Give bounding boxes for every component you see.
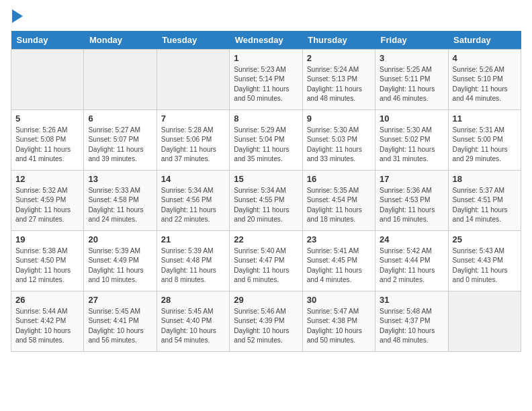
day-info: Sunrise: 5:46 AM Sunset: 4:39 PM Dayligh… — [234, 307, 298, 345]
day-number: 12 — [15, 174, 79, 184]
calendar-cell: 23Sunrise: 5:41 AM Sunset: 4:45 PM Dayli… — [302, 231, 375, 291]
col-header-saturday: Saturday — [448, 31, 521, 50]
calendar-header-row: SundayMondayTuesdayWednesdayThursdayFrid… — [11, 31, 521, 50]
day-number: 31 — [380, 295, 443, 305]
day-info: Sunrise: 5:39 AM Sunset: 4:48 PM Dayligh… — [161, 246, 225, 285]
day-number: 27 — [88, 295, 152, 305]
col-header-sunday: Sunday — [11, 31, 84, 50]
col-header-friday: Friday — [375, 31, 448, 50]
calendar-cell: 12Sunrise: 5:32 AM Sunset: 4:59 PM Dayli… — [11, 171, 84, 231]
calendar-week-row: 1Sunrise: 5:23 AM Sunset: 5:14 PM Daylig… — [11, 50, 521, 110]
calendar-cell — [11, 50, 84, 110]
calendar-cell: 9Sunrise: 5:30 AM Sunset: 5:03 PM Daylig… — [302, 110, 375, 171]
day-info: Sunrise: 5:41 AM Sunset: 4:45 PM Dayligh… — [307, 246, 371, 285]
calendar-cell — [157, 50, 229, 110]
calendar-cell — [448, 291, 521, 352]
day-number: 21 — [161, 234, 225, 244]
calendar-cell: 20Sunrise: 5:39 AM Sunset: 4:49 PM Dayli… — [84, 231, 157, 291]
day-info: Sunrise: 5:23 AM Sunset: 5:14 PM Dayligh… — [234, 65, 298, 103]
calendar-cell: 17Sunrise: 5:36 AM Sunset: 4:53 PM Dayli… — [375, 171, 448, 231]
day-number: 28 — [161, 295, 225, 305]
calendar-table: SundayMondayTuesdayWednesdayThursdayFrid… — [11, 31, 521, 352]
day-number: 9 — [307, 113, 371, 124]
calendar-cell: 19Sunrise: 5:38 AM Sunset: 4:50 PM Dayli… — [11, 231, 84, 291]
calendar-week-row: 5Sunrise: 5:26 AM Sunset: 5:08 PM Daylig… — [11, 110, 521, 171]
calendar-cell: 8Sunrise: 5:29 AM Sunset: 5:04 PM Daylig… — [230, 110, 302, 171]
calendar-cell: 22Sunrise: 5:40 AM Sunset: 4:47 PM Dayli… — [230, 231, 302, 291]
calendar-cell: 2Sunrise: 5:24 AM Sunset: 5:13 PM Daylig… — [302, 50, 375, 110]
day-info: Sunrise: 5:45 AM Sunset: 4:40 PM Dayligh… — [161, 307, 225, 345]
calendar-cell: 24Sunrise: 5:42 AM Sunset: 4:44 PM Dayli… — [375, 231, 448, 291]
calendar-week-row: 26Sunrise: 5:44 AM Sunset: 4:42 PM Dayli… — [11, 291, 521, 352]
day-info: Sunrise: 5:24 AM Sunset: 5:13 PM Dayligh… — [307, 65, 371, 103]
calendar-week-row: 19Sunrise: 5:38 AM Sunset: 4:50 PM Dayli… — [11, 231, 521, 291]
calendar-cell: 11Sunrise: 5:31 AM Sunset: 5:00 PM Dayli… — [448, 110, 521, 171]
calendar-cell: 5Sunrise: 5:26 AM Sunset: 5:08 PM Daylig… — [11, 110, 84, 171]
day-number: 7 — [161, 113, 225, 124]
page-header — [11, 11, 521, 23]
calendar-cell: 16Sunrise: 5:35 AM Sunset: 4:54 PM Dayli… — [302, 171, 375, 231]
day-number: 10 — [380, 113, 443, 124]
day-number: 11 — [453, 113, 517, 124]
day-info: Sunrise: 5:27 AM Sunset: 5:07 PM Dayligh… — [88, 126, 152, 164]
day-number: 30 — [307, 295, 371, 305]
day-info: Sunrise: 5:47 AM Sunset: 4:38 PM Dayligh… — [307, 307, 371, 345]
calendar-cell: 4Sunrise: 5:26 AM Sunset: 5:10 PM Daylig… — [448, 50, 521, 110]
day-info: Sunrise: 5:29 AM Sunset: 5:04 PM Dayligh… — [234, 126, 298, 164]
day-info: Sunrise: 5:31 AM Sunset: 5:00 PM Dayligh… — [453, 126, 517, 164]
calendar-cell: 10Sunrise: 5:30 AM Sunset: 5:02 PM Dayli… — [375, 110, 448, 171]
day-number: 4 — [453, 53, 517, 63]
day-number: 17 — [380, 174, 443, 184]
calendar-cell: 26Sunrise: 5:44 AM Sunset: 4:42 PM Dayli… — [11, 291, 84, 352]
calendar-cell: 18Sunrise: 5:37 AM Sunset: 4:51 PM Dayli… — [448, 171, 521, 231]
calendar-cell: 21Sunrise: 5:39 AM Sunset: 4:48 PM Dayli… — [157, 231, 229, 291]
calendar-cell: 30Sunrise: 5:47 AM Sunset: 4:38 PM Dayli… — [302, 291, 375, 352]
day-info: Sunrise: 5:25 AM Sunset: 5:11 PM Dayligh… — [380, 65, 443, 103]
day-info: Sunrise: 5:43 AM Sunset: 4:43 PM Dayligh… — [453, 246, 517, 285]
day-number: 22 — [234, 234, 298, 244]
day-info: Sunrise: 5:35 AM Sunset: 4:54 PM Dayligh… — [307, 186, 371, 224]
calendar-cell: 13Sunrise: 5:33 AM Sunset: 4:58 PM Dayli… — [84, 171, 157, 231]
day-info: Sunrise: 5:36 AM Sunset: 4:53 PM Dayligh… — [380, 186, 443, 224]
day-number: 3 — [380, 53, 443, 63]
col-header-wednesday: Wednesday — [230, 31, 302, 50]
day-info: Sunrise: 5:26 AM Sunset: 5:08 PM Dayligh… — [15, 126, 79, 164]
day-number: 15 — [234, 174, 298, 184]
calendar-cell: 28Sunrise: 5:45 AM Sunset: 4:40 PM Dayli… — [157, 291, 229, 352]
col-header-thursday: Thursday — [302, 31, 375, 50]
calendar-cell: 31Sunrise: 5:48 AM Sunset: 4:37 PM Dayli… — [375, 291, 448, 352]
day-info: Sunrise: 5:45 AM Sunset: 4:41 PM Dayligh… — [88, 307, 152, 345]
day-info: Sunrise: 5:42 AM Sunset: 4:44 PM Dayligh… — [380, 246, 443, 285]
day-info: Sunrise: 5:28 AM Sunset: 5:06 PM Dayligh… — [161, 126, 225, 164]
day-number: 26 — [15, 295, 79, 305]
day-info: Sunrise: 5:37 AM Sunset: 4:51 PM Dayligh… — [453, 186, 517, 224]
calendar-cell: 29Sunrise: 5:46 AM Sunset: 4:39 PM Dayli… — [230, 291, 302, 352]
calendar-cell: 3Sunrise: 5:25 AM Sunset: 5:11 PM Daylig… — [375, 50, 448, 110]
day-number: 25 — [453, 234, 517, 244]
day-number: 18 — [453, 174, 517, 184]
day-number: 24 — [380, 234, 443, 244]
calendar-cell: 15Sunrise: 5:34 AM Sunset: 4:55 PM Dayli… — [230, 171, 302, 231]
col-header-tuesday: Tuesday — [157, 31, 229, 50]
day-number: 1 — [234, 53, 298, 63]
calendar-cell: 1Sunrise: 5:23 AM Sunset: 5:14 PM Daylig… — [230, 50, 302, 110]
day-info: Sunrise: 5:30 AM Sunset: 5:03 PM Dayligh… — [307, 126, 371, 164]
day-info: Sunrise: 5:48 AM Sunset: 4:37 PM Dayligh… — [380, 307, 443, 345]
calendar-cell — [84, 50, 157, 110]
day-number: 2 — [307, 53, 371, 63]
day-info: Sunrise: 5:26 AM Sunset: 5:10 PM Dayligh… — [453, 65, 517, 103]
day-info: Sunrise: 5:39 AM Sunset: 4:49 PM Dayligh… — [88, 246, 152, 285]
day-number: 13 — [88, 174, 152, 184]
calendar-cell: 27Sunrise: 5:45 AM Sunset: 4:41 PM Dayli… — [84, 291, 157, 352]
day-number: 6 — [88, 113, 152, 124]
day-number: 29 — [234, 295, 298, 305]
col-header-monday: Monday — [84, 31, 157, 50]
calendar-cell: 7Sunrise: 5:28 AM Sunset: 5:06 PM Daylig… — [157, 110, 229, 171]
day-info: Sunrise: 5:32 AM Sunset: 4:59 PM Dayligh… — [15, 186, 79, 224]
calendar-cell: 6Sunrise: 5:27 AM Sunset: 5:07 PM Daylig… — [84, 110, 157, 171]
day-number: 16 — [307, 174, 371, 184]
day-info: Sunrise: 5:30 AM Sunset: 5:02 PM Dayligh… — [380, 126, 443, 164]
logo — [11, 11, 23, 23]
day-number: 23 — [307, 234, 371, 244]
day-number: 20 — [88, 234, 152, 244]
